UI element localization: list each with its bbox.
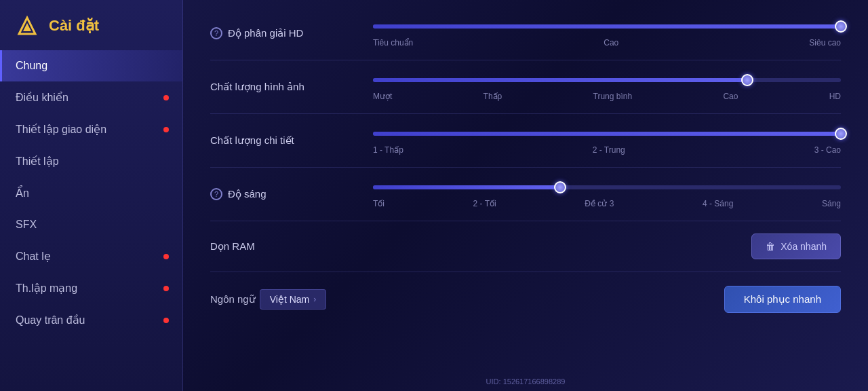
clean-ram-label: Dọn RAM [210, 240, 359, 253]
clean-ram-row: Dọn RAM 🗑 Xóa nhanh [210, 221, 841, 272]
image-quality-row: Chất lượng hình ảnh Mượt Thấp Trung bình… [210, 60, 841, 114]
detail-quality-thumb[interactable] [835, 128, 847, 140]
notification-dot-dieu-khien [163, 95, 169, 100]
sidebar-item-quay-tran-dau[interactable]: Quay trân đầu [0, 304, 182, 336]
brightness-thumb[interactable] [554, 181, 566, 193]
notification-dot-thlap-mang [163, 286, 169, 291]
language-value-button[interactable]: Việt Nam › [260, 289, 327, 310]
hd-resolution-row: ? Độ phân giải HD Tiêu chuẩn Cao Siêu ca… [210, 7, 841, 60]
brightness-track[interactable] [373, 185, 841, 189]
hd-resolution-fill [373, 24, 841, 29]
image-quality-track[interactable] [373, 78, 841, 82]
brightness-slider: Tối 2 - Tối Đề cử 3 4 - Sáng Sáng [373, 180, 841, 208]
sidebar-item-thlap-mang[interactable]: Th.lập mạng [0, 272, 182, 304]
detail-quality-labels: 1 - Thấp 2 - Trung 3 - Cao [373, 145, 841, 155]
hd-resolution-slider: Tiêu chuẩn Cao Siêu cao [373, 19, 841, 48]
uid-text: UID: 152617166898289 [486, 377, 566, 386]
hd-resolution-thumb[interactable] [835, 20, 847, 33]
hd-resolution-label: ? Độ phân giải HD [210, 27, 359, 39]
main-content: ? Độ phân giải HD Tiêu chuẩn Cao Siêu ca… [183, 0, 868, 391]
sidebar-items-container: ChungĐiều khiểnThiết lập giao diệnThiết … [0, 50, 182, 336]
detail-quality-track[interactable] [373, 132, 841, 136]
notification-dot-thiet-lap-giao-dien [163, 127, 169, 132]
image-quality-label: Chất lượng hình ảnh [210, 81, 359, 93]
sidebar: Cài đặt ChungĐiều khiểnThiết lập giao di… [0, 0, 183, 391]
notification-dot-quay-tran-dau [163, 318, 169, 323]
language-label: Ngôn ngữ [210, 293, 256, 305]
hd-resolution-track[interactable] [373, 24, 841, 29]
detail-quality-row: Chất lượng chi tiết 1 - Thấp 2 - Trung 3… [210, 114, 841, 168]
detail-quality-slider: 1 - Thấp 2 - Trung 3 - Cao [373, 126, 841, 155]
image-quality-thumb[interactable] [741, 74, 753, 86]
image-quality-fill [373, 78, 747, 82]
notification-dot-chat-le [163, 254, 169, 259]
delete-button[interactable]: 🗑 Xóa nhanh [751, 234, 841, 259]
sidebar-item-thiet-lap[interactable]: Thiết lập [0, 145, 182, 177]
logo-area: Cài đặt [0, 7, 182, 50]
logo-title: Cài đặt [49, 17, 99, 35]
sidebar-item-dieu-khien[interactable]: Điều khiển [0, 81, 182, 113]
detail-quality-fill [373, 132, 841, 136]
sidebar-item-thiet-lap-giao-dien[interactable]: Thiết lập giao diện [0, 113, 182, 145]
image-quality-slider: Mượt Thấp Trung bình Cao HD [373, 73, 841, 101]
image-quality-labels: Mượt Thấp Trung bình Cao HD [373, 92, 841, 101]
language-section: Ngôn ngữ Việt Nam › [210, 289, 326, 310]
brightness-label: ? Độ sáng [210, 188, 359, 200]
restore-button[interactable]: Khôi phục nhanh [724, 286, 841, 313]
sidebar-item-chat-le[interactable]: Chat lẹ [0, 240, 182, 272]
logo-icon [14, 12, 41, 39]
app-container: Cài đặt ChungĐiều khiểnThiết lập giao di… [0, 0, 868, 391]
bottom-row: Ngôn ngữ Việt Nam › Khôi phục nhanh [210, 272, 841, 313]
hd-resolution-labels: Tiêu chuẩn Cao Siêu cao [373, 38, 841, 48]
trash-icon: 🗑 [766, 241, 775, 252]
chevron-right-icon: › [313, 295, 316, 304]
brightness-labels: Tối 2 - Tối Đề cử 3 4 - Sáng Sáng [373, 199, 841, 208]
sidebar-item-sfx[interactable]: SFX [0, 209, 182, 240]
brightness-row: ? Độ sáng Tối 2 - Tối Đề cử 3 4 - Sáng S… [210, 168, 841, 221]
brightness-fill [373, 185, 560, 189]
sidebar-item-chung[interactable]: Chung [0, 50, 182, 81]
sidebar-item-an[interactable]: Ẩn [0, 177, 182, 209]
help-icon-hd[interactable]: ? [210, 27, 222, 39]
detail-quality-label: Chất lượng chi tiết [210, 134, 359, 147]
help-icon-brightness[interactable]: ? [210, 188, 222, 200]
